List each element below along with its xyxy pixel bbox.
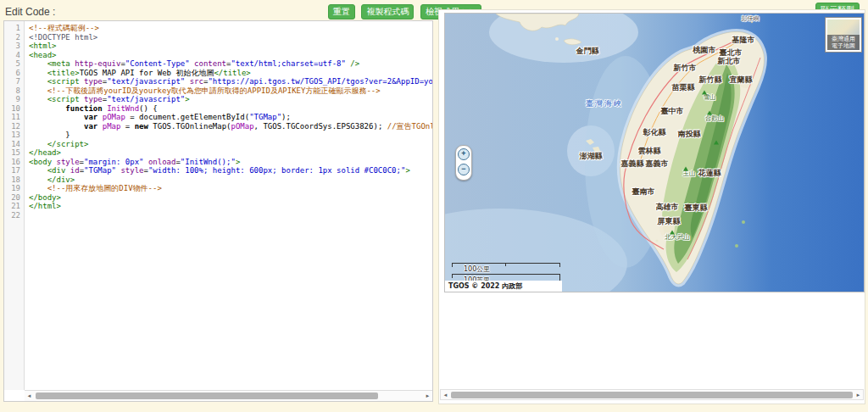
code-line[interactable]: <!--程式碼範例--> — [29, 24, 432, 33]
line-number: 11 — [4, 113, 24, 122]
map-label-city: 桃園市 — [693, 45, 716, 56]
map-label-city: 苗栗縣 — [672, 82, 695, 93]
mountain-peak-icon — [670, 231, 675, 235]
result-panel: 金門縣臺灣海峽澎湖縣彭佳嶼基隆市桃園市臺北市新北市新竹市新竹縣宜蘭縣苗栗縣臺中市… — [438, 9, 865, 404]
map-label-city: 新北市 — [718, 56, 741, 67]
line-number: 22 — [4, 211, 24, 220]
map-label-city: 屏東縣 — [658, 216, 681, 227]
code-line[interactable]: </html> — [29, 202, 432, 211]
code-line[interactable]: <!DOCTYPE html> — [29, 33, 432, 42]
line-number: 14 — [4, 140, 24, 149]
code-line[interactable]: <html> — [29, 42, 432, 51]
line-number: 18 — [4, 175, 24, 185]
map-label-city: 澎湖縣 — [580, 151, 603, 162]
line-number: 6 — [4, 69, 24, 78]
code-line[interactable]: <meta http-equiv="Content-Type" content=… — [29, 59, 432, 69]
map-label-city: 南投縣 — [678, 129, 701, 140]
map-label-mountain: 合歡山 — [705, 114, 725, 123]
line-number: 17 — [4, 166, 24, 175]
line-number: 4 — [4, 51, 24, 60]
zoom-in-button[interactable]: + — [458, 148, 470, 160]
code-line[interactable]: <script type="text/javascript" src="http… — [29, 77, 432, 86]
code-line[interactable] — [29, 211, 432, 220]
line-number: 8 — [4, 86, 24, 96]
map-zoom-control: + − — [455, 145, 472, 181]
map-label-city: 金門縣 — [576, 46, 599, 57]
maptype-label: 臺灣通用 電子地圖 — [827, 35, 860, 50]
code-line[interactable]: <body style="margin: 0px" onload="InitWn… — [29, 158, 432, 167]
line-number: 10 — [4, 104, 24, 114]
editor-gutter: 12345678910111213141516171819202122 — [4, 21, 25, 390]
editor-toolbar: 重置 複製程式碼 檢視成果 >> — [326, 3, 434, 19]
map-label-city: 新竹縣 — [699, 75, 722, 86]
line-number: 13 — [4, 131, 24, 140]
code-line[interactable]: var pOMap = document.getElementById("TGM… — [29, 113, 432, 122]
code-line[interactable]: <script type="text/javascript"> — [29, 95, 432, 104]
code-line[interactable]: var pMap = new TGOS.TGOnlineMap(pOMap, T… — [29, 122, 432, 131]
map-label-city: 雲林縣 — [638, 146, 661, 157]
map-label-islet: 彭佳嶼 — [742, 14, 760, 23]
tgos-map[interactable]: 金門縣臺灣海峽澎湖縣彭佳嶼基隆市桃園市臺北市新北市新竹市新竹縣宜蘭縣苗栗縣臺中市… — [444, 13, 865, 292]
line-number: 19 — [4, 184, 24, 193]
map-label-city: 嘉義市 — [646, 159, 669, 170]
map-label-city: 花蓮縣 — [698, 168, 721, 179]
line-number: 21 — [4, 202, 24, 211]
line-number: 2 — [4, 33, 24, 42]
map-label-city: 嘉義縣 — [621, 159, 644, 170]
code-line[interactable]: </body> — [29, 193, 432, 203]
maptype-control[interactable]: 臺灣通用 電子地圖 — [826, 18, 861, 52]
map-label-city: 宜蘭縣 — [730, 75, 753, 86]
map-label-city: 臺南市 — [632, 187, 655, 198]
code-line[interactable]: function InitWnd() { — [29, 104, 432, 114]
copy-code-button[interactable]: 複製程式碼 — [361, 4, 414, 19]
map-labels: 金門縣臺灣海峽澎湖縣彭佳嶼基隆市桃園市臺北市新北市新竹市新竹縣宜蘭縣苗栗縣臺中市… — [445, 14, 864, 292]
map-label-city: 新竹市 — [674, 63, 697, 74]
editor-horizontal-scrollbar[interactable]: ◄ ► — [25, 390, 432, 401]
result-scrollbar-thumb[interactable] — [451, 392, 853, 398]
line-number: 3 — [4, 42, 24, 51]
map-label-mountain: 雪山 — [704, 93, 716, 102]
edit-code-label: Edit Code : — [5, 6, 55, 18]
line-number: 9 — [4, 95, 24, 104]
code-line[interactable]: <title>TGOS MAP API for Web 初始化地圖</title… — [29, 69, 432, 78]
code-line[interactable]: </script> — [29, 140, 432, 149]
mountain-peak-icon — [702, 91, 707, 95]
line-number: 20 — [4, 193, 24, 203]
mountain-peak-icon — [683, 167, 688, 171]
map-label-city: 彰化縣 — [643, 127, 666, 138]
code-line[interactable]: <head> — [29, 51, 432, 60]
code-line[interactable]: </head> — [29, 148, 432, 158]
code-line[interactable]: <!--下載後請將yourID及yourkey取代為您申請所取得的APPID及A… — [29, 86, 432, 96]
scale-km-label: 100公里 — [464, 264, 490, 274]
line-number: 16 — [4, 158, 24, 167]
code-line[interactable]: <div id="TGMap" style="width: 100%; heig… — [29, 166, 432, 175]
code-line[interactable]: <!--用來存放地圖的DIV物件--> — [29, 184, 432, 193]
line-number: 1 — [4, 24, 24, 33]
line-number: 7 — [4, 77, 24, 86]
map-label-city: 高雄市 — [656, 202, 679, 213]
map-label-mountain: 北大武山 — [665, 233, 690, 242]
zoom-out-button[interactable]: − — [458, 164, 470, 175]
mountain-peak-icon — [714, 141, 719, 145]
scroll-left-arrow-icon[interactable]: ◄ — [441, 390, 450, 400]
map-label-mountain: 玉山 — [683, 170, 696, 178]
editor-scrollbar-thumb[interactable] — [36, 393, 378, 399]
map-label-city: 臺東縣 — [685, 203, 708, 214]
scroll-right-arrow-icon[interactable]: ► — [423, 391, 432, 401]
code-line[interactable]: </div> — [29, 175, 432, 185]
line-number: 5 — [4, 59, 24, 69]
reset-button[interactable]: 重置 — [328, 4, 355, 19]
mountain-peak-icon — [707, 111, 712, 115]
code-line[interactable]: } — [29, 131, 432, 140]
code-editor[interactable]: 12345678910111213141516171819202122 <!--… — [3, 20, 433, 402]
line-number: 15 — [4, 148, 24, 158]
result-horizontal-scrollbar[interactable]: ◄ ► — [440, 389, 864, 400]
line-number: 12 — [4, 122, 24, 131]
scroll-right-arrow-icon[interactable]: ► — [854, 390, 863, 400]
map-label-sea: 臺灣海峽 — [586, 98, 623, 109]
map-label-city: 基隆市 — [732, 35, 755, 46]
tgos-api-demo-page: { "theme": { "page_bg": "#fcf7e3", "butt… — [0, 0, 868, 412]
scroll-left-arrow-icon[interactable]: ◄ — [25, 391, 34, 401]
code-content[interactable]: <!--程式碼範例--><!DOCTYPE html><html><head> … — [25, 21, 432, 390]
map-label-city: 臺中市 — [661, 106, 684, 117]
